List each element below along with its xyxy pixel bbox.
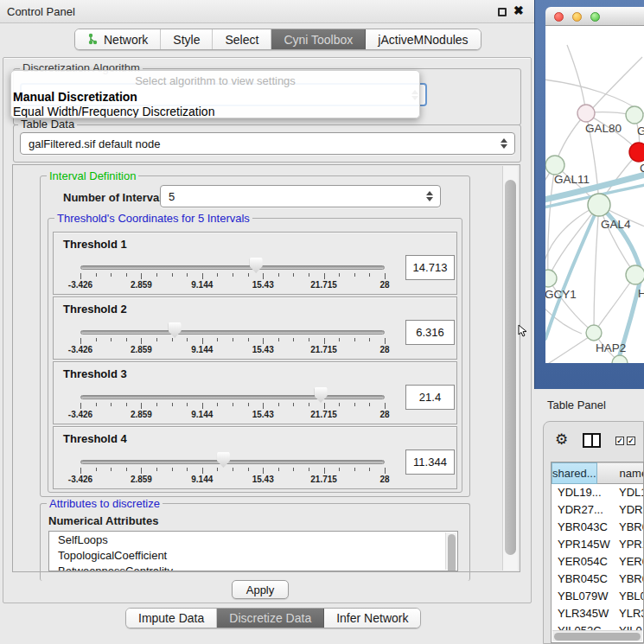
threshold-value-field[interactable]: 11.344 (405, 450, 455, 475)
zoom-traffic-icon[interactable] (590, 12, 600, 22)
tab-label: Discretize Data (229, 611, 311, 625)
tab-impute-data[interactable]: Impute Data (126, 609, 217, 628)
slider-track[interactable] (80, 265, 385, 270)
slider-handle[interactable] (315, 387, 328, 403)
close-traffic-icon[interactable] (554, 12, 564, 22)
table-row[interactable]: YBL079WYBL0 (552, 588, 643, 605)
threshold-value-field[interactable]: 21.4 (405, 385, 455, 410)
tab-style[interactable]: Style (161, 29, 213, 49)
tab-select[interactable]: Select (213, 29, 271, 49)
number-of-intervals-combobox[interactable]: 5 (160, 185, 441, 207)
tab-discretize-data[interactable]: Discretize Data (217, 609, 324, 628)
table-data-value: galFiltered.sif default node (29, 137, 160, 150)
tick-minor (309, 403, 309, 406)
tick-label: 21.715 (310, 345, 337, 354)
threshold-label: Threshold 4 (63, 432, 127, 445)
slider-track[interactable] (80, 330, 385, 335)
float-window-icon[interactable] (498, 8, 507, 16)
tick-minor (233, 468, 233, 471)
table-data-combobox[interactable]: galFiltered.sif default node (20, 132, 515, 155)
horizontal-scrollbar[interactable] (552, 630, 642, 641)
tick-label: 21.715 (310, 280, 337, 290)
table-row[interactable]: YPR145WYPR1 (552, 536, 643, 553)
network-node[interactable] (612, 355, 628, 363)
close-icon[interactable]: ✖ (513, 3, 524, 17)
table-row[interactable]: YDL19...YDL1 (552, 484, 643, 501)
tick-major (263, 273, 264, 279)
network-node[interactable] (626, 106, 643, 124)
algorithm-option[interactable]: Manual Discretization (13, 90, 137, 104)
tick-minor (187, 273, 188, 277)
tick-label: -3.426 (68, 475, 92, 484)
network-node[interactable] (545, 270, 557, 287)
gear-icon[interactable]: ⚙ (555, 432, 568, 447)
tick-label: 9.144 (191, 410, 213, 419)
list-scrollbar[interactable] (445, 532, 456, 570)
network-node[interactable] (586, 325, 602, 341)
tick-minor (248, 338, 249, 341)
tab-infer-network[interactable]: Infer Network (324, 609, 420, 628)
network-node[interactable] (545, 156, 564, 175)
slider-handle[interactable] (217, 452, 230, 468)
scrollbar-thumb[interactable] (554, 633, 641, 641)
tick-minor (233, 403, 233, 406)
algorithm-option[interactable]: Equal Width/Frequency Discretization (13, 105, 214, 118)
threshold-panel: Threshold 4-3.4262.8599.14415.4321.71528… (53, 426, 457, 489)
thresholds-group-label: Threshold's Coordinates for 5 Intervals (54, 213, 252, 224)
table-row[interactable]: YBR043CYBR0 (552, 519, 643, 536)
tick-minor (233, 338, 233, 341)
table-cell: YLR3 (619, 607, 644, 620)
tab-network[interactable]: Network (75, 29, 161, 49)
network-node[interactable] (588, 194, 610, 216)
checkbox-checked-icon[interactable]: ✓ (627, 437, 635, 445)
tick-major (385, 403, 386, 409)
table-column-header[interactable]: shared... (552, 462, 597, 484)
split-columns-icon[interactable] (583, 433, 601, 448)
checkbox-checked-icon[interactable]: ✓ (615, 437, 624, 445)
slider-track[interactable] (80, 460, 385, 464)
scrollbar-thumb[interactable] (505, 180, 516, 555)
slider-handle[interactable] (250, 258, 263, 273)
tick-major (80, 338, 81, 344)
tab-cyni-toolbox[interactable]: Cyni Toolbox (271, 29, 366, 49)
tab-label: Infer Network (336, 611, 408, 625)
scrollbar-thumb[interactable] (448, 534, 456, 571)
table-column-header[interactable]: name (597, 462, 644, 484)
threshold-value-field[interactable]: 6.316 (405, 320, 455, 345)
network-node[interactable] (577, 105, 595, 122)
tab-label: Cyni Toolbox (284, 33, 353, 47)
slider-track[interactable] (80, 395, 385, 399)
network-node[interactable] (626, 265, 644, 284)
attribute-list-item[interactable]: BetweennessCentrality (49, 563, 457, 571)
table-row[interactable]: YLR345WYLR3 (552, 605, 643, 622)
algorithm-prompt: Select algorithm to view settings (11, 74, 419, 87)
tick-minor (172, 403, 173, 406)
threshold-panel: Threshold 1-3.4262.8599.14415.4321.71528… (53, 232, 457, 295)
tick-minor (354, 403, 355, 406)
vertical-scrollbar[interactable] (502, 166, 518, 571)
slider-handle[interactable] (169, 322, 182, 338)
table-row[interactable]: YBR045CYBR0 (552, 571, 643, 588)
threshold-value-field[interactable]: 14.713 (405, 255, 455, 280)
table-cell: YER054C (558, 555, 613, 568)
table-panel-body: ⚙ ✓ ✓ shared...name YDL19...YDL1YDR27...… (543, 421, 644, 644)
tick-major (141, 468, 142, 474)
tab-jactivemnodules[interactable]: jActiveMNodules (366, 29, 480, 49)
tick-minor (172, 338, 173, 341)
network-node[interactable] (629, 143, 644, 162)
network-node-label: H (638, 287, 644, 300)
attribute-list-item[interactable]: SelfLoops (49, 532, 457, 547)
tick-label: 28 (379, 345, 389, 354)
table-row[interactable]: YDR27...YDR2 (552, 501, 643, 519)
tick-major (324, 403, 325, 409)
minimize-traffic-icon[interactable] (572, 12, 582, 22)
attribute-list-item[interactable]: TopologicalCoefficient (49, 547, 457, 563)
tick-major (202, 403, 203, 409)
network-canvas[interactable]: GAL80GACGAL11GAL4GCY1HHAP2 (545, 26, 644, 363)
tick-minor (111, 468, 112, 471)
numerical-attributes-list[interactable]: SelfLoopsTopologicalCoefficientBetweenne… (48, 531, 458, 571)
apply-button[interactable]: Apply (232, 580, 289, 599)
network-edge-highlighted (599, 205, 641, 273)
tick-minor (96, 468, 97, 471)
table-row[interactable]: YER054CYER0 (552, 553, 643, 571)
